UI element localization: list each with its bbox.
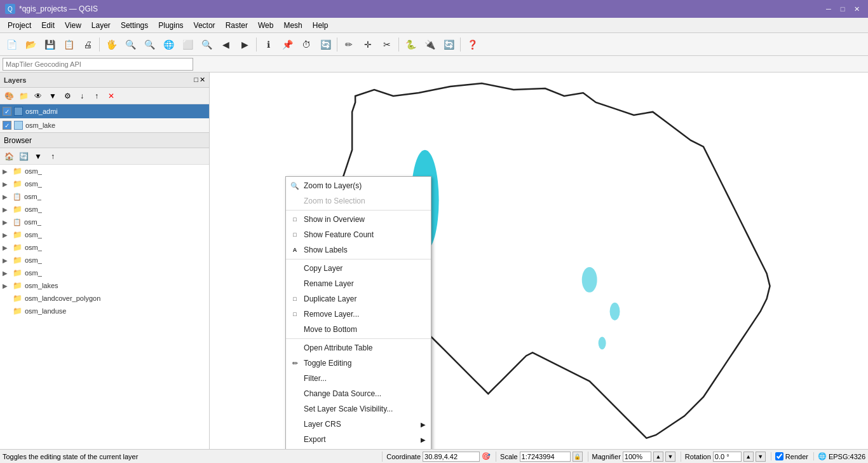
browser-item-11[interactable]: 📁 osm_landuse [0,305,209,317]
browser-refresh-button[interactable]: 🔄 [17,149,31,163]
scale-input[interactable] [520,452,571,462]
browser-home-button[interactable]: 🏠 [2,149,16,163]
zoom-in-button[interactable]: 🔍 [121,36,139,53]
browser-filter-button[interactable]: ▼ [31,149,45,163]
refresh-button[interactable]: 🔄 [316,36,334,53]
rotation-input[interactable] [713,452,742,462]
layer-filter-button[interactable]: ⚙ [60,89,74,103]
ctx-layer-crs[interactable]: Layer CRS ▶ [286,417,431,432]
browser-item-7[interactable]: ▶ 📁 osm_ [0,254,209,266]
magnifier-down[interactable]: ▼ [665,452,675,462]
scale-lock-button[interactable]: 🔒 [573,452,583,462]
open-project-button[interactable]: 📂 [22,36,39,53]
browser-item-2[interactable]: ▶ 📋 osm_ [0,190,209,203]
expand-all-button[interactable]: ↓ [75,89,89,103]
rotation-down[interactable]: ▼ [756,452,766,462]
browser-item-1[interactable]: ▶ 📁 osm_ [0,177,209,190]
layers-close-button[interactable]: ✕ [200,76,205,84]
menu-item-layer[interactable]: Layer [86,18,116,32]
ctx-copy-layer[interactable]: Copy Layer [286,261,431,276]
select-button[interactable]: 📌 [278,36,296,53]
toggle-visibility-button[interactable]: 👁 [31,89,45,103]
save-project-button[interactable]: 💾 [41,36,58,53]
rotation-up[interactable]: ▲ [743,452,754,462]
plugins-button[interactable]: 🔌 [421,36,438,53]
browser-item-4[interactable]: ▶ 📋 osm_ [0,216,209,228]
menu-item-project[interactable]: Project [3,18,36,32]
browser-item-6[interactable]: ▶ 📁 osm_ [0,241,209,254]
zoom-selection-button[interactable]: ⬜ [179,36,196,53]
menu-item-settings[interactable]: Settings [116,18,153,32]
zoom-last-button[interactable]: ◀ [217,36,234,53]
zoom-next-button[interactable]: ▶ [236,36,254,53]
ctx-export[interactable]: Export ▶ [286,432,431,447]
browser-item-8[interactable]: ▶ 📁 osm_ [0,266,209,279]
browser-collapse-button[interactable]: ↑ [46,149,60,163]
geocoding-search-input[interactable] [3,58,193,71]
maximize-button[interactable]: □ [836,3,849,15]
coordinate-input[interactable] [423,452,480,462]
ctx-remove-layer[interactable]: □ Remove Layer... [286,307,431,322]
layers-panel-title: Layers [4,76,26,84]
menu-item-web[interactable]: Web [253,18,278,32]
layer-item-osm-admi[interactable]: ✓ osm_admi [0,104,209,118]
layer-item-osm-lake[interactable]: ✓ osm_lake [0,118,209,132]
ctx-duplicate-layer[interactable]: □ Duplicate Layer [286,291,431,307]
print-button[interactable]: 🖨 [79,36,97,53]
ctx-rename-layer[interactable]: Rename Layer [286,276,431,291]
ctx-set-scale-visibility[interactable]: Set Layer Scale Visibility... [286,401,431,417]
time-button[interactable]: ⏱ [297,36,315,53]
python-button[interactable]: 🐍 [402,36,419,53]
menu-item-help[interactable]: Help [308,18,334,32]
ctx-open-attribute-table[interactable]: Open Attribute Table [286,340,431,356]
layer-checkbox-osm-lake[interactable]: ✓ [3,121,11,130]
update-button[interactable]: 🔄 [440,36,458,53]
browser-item-10[interactable]: 📁 osm_landcover_polygon [0,292,209,305]
ctx-show-labels[interactable]: A Show Labels [286,242,431,258]
add-group-button[interactable]: 📁 [17,89,31,103]
ctx-show-feature-count[interactable]: □ Show Feature Count [286,227,431,242]
magnifier-up[interactable]: ▲ [653,452,663,462]
minimize-button[interactable]: ─ [822,3,835,15]
browser-item-5[interactable]: ▶ 📁 osm_ [0,228,209,241]
remove-layer-button[interactable]: ✕ [104,89,118,103]
new-project-button[interactable]: 📄 [3,36,20,53]
zoom-full-button[interactable]: 🌐 [159,36,177,53]
layer-checkbox-osm-admi[interactable]: ✓ [3,107,11,116]
layers-float-button[interactable]: □ [194,76,198,84]
ctx-zoom-to-layers[interactable]: 🔍 Zoom to Layer(s) [286,178,431,193]
toolbar-sep-2 [256,38,257,52]
magnifier-input[interactable] [623,452,651,462]
render-checkbox[interactable] [775,452,783,460]
locate-icon[interactable]: 🎯 [482,452,491,460]
help-button[interactable]: ❓ [463,36,481,53]
zoom-out-button[interactable]: 🔍 [140,36,158,53]
digitize-button[interactable]: ✛ [359,36,377,53]
collapse-all-button[interactable]: ↑ [90,89,104,103]
cut-button[interactable]: ✂ [378,36,396,53]
pan-tool-button[interactable]: 🖐 [102,36,120,53]
menu-item-vector[interactable]: Vector [189,18,220,32]
filter-layers-button[interactable]: ▼ [46,89,60,103]
identify-button[interactable]: ℹ [259,36,277,53]
ctx-toggle-editing[interactable]: ✏ Toggle Editing [286,356,431,371]
crs-section[interactable]: 🌐 EPSG:4326 [813,452,865,460]
ctx-filter[interactable]: Filter... [286,371,431,386]
open-layer-styling-button[interactable]: 🎨 [2,89,16,103]
zoom-layer-button[interactable]: 🔍 [198,36,215,53]
ctx-change-data-source[interactable]: Change Data Source... [286,386,431,401]
menu-item-raster[interactable]: Raster [220,18,253,32]
edit-button[interactable]: ✏ [340,36,358,53]
browser-item-3[interactable]: ▶ 📁 osm_ [0,203,209,216]
ctx-show-in-overview[interactable]: □ Show in Overview [286,212,431,227]
browser-item-0[interactable]: ▶ 📁 osm_ [0,165,209,177]
menu-item-plugins[interactable]: Plugins [153,18,188,32]
menu-item-edit[interactable]: Edit [36,18,60,32]
menu-item-view[interactable]: View [60,18,86,32]
save-as-button[interactable]: 📋 [60,36,78,53]
ctx-move-to-bottom[interactable]: Move to Bottom [286,322,431,337]
browser-item-9[interactable]: ▶ 📁 osm_lakes [0,279,209,292]
menu-item-mesh[interactable]: Mesh [278,18,307,32]
ctx-styles[interactable]: Styles ▶ [286,447,431,449]
close-button[interactable]: ✕ [850,3,863,15]
